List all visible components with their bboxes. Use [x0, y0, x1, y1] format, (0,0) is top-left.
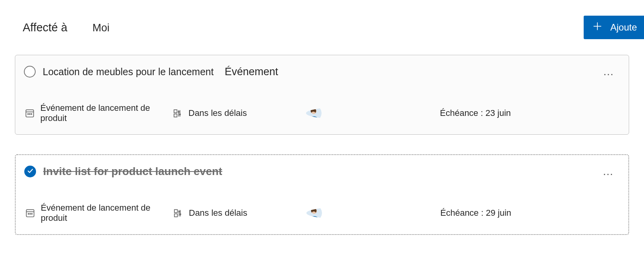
completion-toggle[interactable] — [24, 166, 36, 177]
status-icon — [173, 208, 183, 218]
task-title: Location de meubles pour le lancement — [43, 66, 213, 78]
more-icon: … — [602, 165, 614, 177]
task-due: Échéance : 23 juin — [440, 108, 618, 118]
task-status-label: Dans les délais — [189, 208, 247, 218]
task-plan-label: Événement de lancement de produit — [41, 203, 173, 223]
task-category: Événement — [224, 66, 278, 78]
svg-point-4 — [28, 114, 29, 114]
svg-point-23 — [179, 211, 180, 212]
add-button-label: Ajoute — [610, 22, 637, 33]
svg-point-17 — [28, 213, 29, 214]
header: Affecté à Moi Ajoute — [0, 0, 644, 55]
svg-rect-7 — [174, 110, 177, 113]
svg-point-19 — [31, 213, 32, 214]
completion-toggle[interactable] — [24, 66, 36, 78]
svg-point-10 — [178, 111, 179, 112]
task-due: Échéance : 29 juin — [440, 208, 617, 218]
svg-point-12 — [179, 114, 181, 115]
task-list: Location de meubles pour le lancement Év… — [0, 55, 644, 235]
task-card[interactable]: Invite list for product launch event … É… — [15, 154, 629, 235]
svg-point-6 — [31, 114, 32, 114]
svg-point-18 — [30, 213, 31, 214]
task-assignee — [306, 205, 440, 221]
checkmark-icon — [27, 167, 34, 176]
status-icon — [173, 108, 183, 118]
calendar-icon — [25, 108, 35, 118]
more-menu-button[interactable]: … — [600, 64, 618, 79]
more-icon: … — [603, 65, 615, 78]
svg-rect-21 — [174, 214, 177, 217]
task-due-label: Échéance : 23 juin — [440, 108, 511, 118]
svg-rect-20 — [174, 209, 177, 213]
task-status: Dans les délais — [173, 208, 306, 218]
avatar — [306, 105, 322, 121]
svg-point-25 — [180, 214, 181, 215]
task-assignee — [306, 105, 440, 121]
task-plan: Événement de lancement de produit — [25, 103, 173, 123]
task-card[interactable]: Location de meubles pour le lancement Év… — [15, 55, 629, 135]
add-task-button[interactable]: Ajoute — [584, 16, 644, 39]
task-plan: Événement de lancement de produit — [25, 203, 173, 223]
task-status-label: Dans les délais — [188, 108, 247, 118]
svg-point-5 — [29, 114, 30, 114]
more-menu-button[interactable]: … — [599, 164, 617, 179]
task-title: Invite list for product launch event — [43, 165, 222, 178]
task-due-label: Échéance : 29 juin — [440, 208, 511, 218]
avatar — [306, 205, 322, 221]
calendar-icon — [25, 208, 35, 218]
task-status: Dans les délais — [173, 108, 306, 118]
svg-rect-8 — [174, 114, 177, 117]
plus-icon — [592, 21, 602, 34]
assigned-filter[interactable]: Affecté à Moi — [23, 21, 109, 34]
task-plan-label: Événement de lancement de produit — [40, 103, 173, 123]
assigned-value: Moi — [92, 22, 110, 34]
assigned-label: Affecté à — [23, 21, 67, 34]
